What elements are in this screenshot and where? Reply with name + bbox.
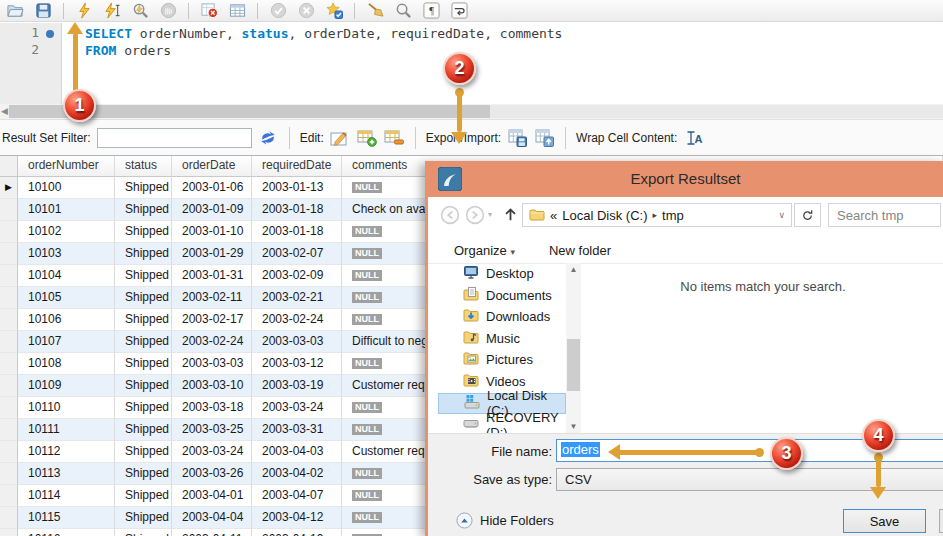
row-selector[interactable] [0,529,18,536]
grid-cell[interactable]: 2003-03-25 [172,419,252,441]
row-selector[interactable] [0,221,18,243]
row-selector[interactable] [0,199,18,221]
grid-cell[interactable]: 2003-03-03 [252,331,342,353]
row-selector[interactable] [0,397,18,419]
save-icon[interactable] [34,2,52,20]
grid-cell[interactable]: Shipped [115,243,172,265]
grid-cell[interactable]: 10109 [18,375,115,397]
grid-cell[interactable]: 2003-04-02 [252,463,342,485]
grid-cell[interactable]: Shipped [115,331,172,353]
new-folder-button[interactable]: New folder [549,243,611,258]
grid-cell[interactable]: 10112 [18,441,115,463]
column-header-status[interactable]: status [115,156,172,177]
line-number[interactable]: 1 [0,25,61,42]
row-selector[interactable] [0,287,18,309]
import-records-icon[interactable] [534,129,555,147]
grid-cell[interactable]: Shipped [115,529,172,536]
grid-cell[interactable]: 10104 [18,265,115,287]
grid-cell[interactable]: 10105 [18,287,115,309]
sidebar-item-pictures[interactable]: Pictures [438,349,566,370]
grid-cell[interactable]: 2003-01-10 [172,221,252,243]
grid-cell[interactable]: 2003-03-10 [172,375,252,397]
export-recordset-icon[interactable] [507,129,528,147]
row-selector[interactable] [0,375,18,397]
cancel-button-clipped[interactable] [939,509,943,533]
editor-horizontal-scrollbar[interactable]: ◀ [0,104,943,119]
grid-cell[interactable]: 2003-03-18 [172,397,252,419]
breadcrumb-item-local-disk[interactable]: Local Disk (C:) [562,208,647,223]
grid-cell[interactable]: 10114 [18,485,115,507]
grid-cell[interactable]: 10100 [18,177,115,199]
row-selector[interactable] [0,331,18,353]
grid-cell[interactable]: 2003-04-11 [172,529,252,536]
organize-button[interactable]: Organize ▾ [454,243,515,258]
row-selector[interactable] [0,353,18,375]
row-selector[interactable] [0,485,18,507]
grid-cell[interactable]: 2003-01-31 [172,265,252,287]
stop-on-error-icon[interactable] [200,2,218,20]
nav-back-icon[interactable] [440,205,460,225]
execute-icon[interactable] [75,2,93,20]
dialog-titlebar[interactable]: Export Resultset [428,161,943,197]
explain-icon[interactable] [131,2,149,20]
grid-cell[interactable]: 2003-01-06 [172,177,252,199]
grid-cell[interactable]: 2003-01-18 [252,221,342,243]
show-invisibles-icon[interactable]: ¶ [422,2,440,20]
breadcrumb[interactable]: « Local Disk (C:) ▸ tmp ∨ [522,203,792,227]
grid-cell[interactable]: 2003-04-19 [252,529,342,536]
row-selector[interactable] [0,309,18,331]
column-header-orderNumber[interactable]: orderNumber [18,156,115,177]
grid-cell[interactable]: Shipped [115,287,172,309]
grid-cell[interactable]: Shipped [115,375,172,397]
sidebar-item-documents[interactable]: Documents [438,285,566,306]
grid-cell[interactable]: 2003-03-31 [252,419,342,441]
grid-cell[interactable]: Shipped [115,441,172,463]
line-number[interactable]: 2 [0,42,61,59]
grid-cell[interactable]: 10116 [18,529,115,536]
sql-code[interactable]: SELECT orderNumber, status, orderDate, r… [85,25,562,59]
scroll-left-arrow-icon[interactable]: ◀ [0,104,9,119]
clear-icon[interactable] [366,2,384,20]
grid-cell[interactable]: Shipped [115,309,172,331]
commit-icon[interactable] [269,2,287,20]
grid-cell[interactable]: 2003-01-18 [252,199,342,221]
sidebar-scroll-down-icon[interactable]: ▼ [566,420,581,433]
autocommit-icon[interactable] [325,2,343,20]
row-selector[interactable]: ▶ [0,177,18,199]
delete-row-icon[interactable] [384,129,405,147]
filter-input[interactable] [97,128,252,148]
row-selector[interactable] [0,507,18,529]
grid-cell[interactable]: Shipped [115,463,172,485]
breadcrumb-item-tmp[interactable]: tmp [662,208,773,223]
refresh-button[interactable] [794,203,821,227]
sidebar-scroll-up-icon[interactable]: ▲ [566,263,581,276]
grid-cell[interactable]: Shipped [115,419,172,441]
grid-cell[interactable]: 2003-04-04 [172,507,252,529]
code-line[interactable]: FROM orders [85,42,562,59]
grid-cell[interactable]: 2003-02-11 [172,287,252,309]
grid-cell[interactable]: Shipped [115,397,172,419]
grid-cell[interactable]: 10115 [18,507,115,529]
column-header-requiredDate[interactable]: requiredDate [252,156,342,177]
result-grid-icon[interactable] [228,2,246,20]
nav-forward-icon[interactable] [465,205,485,225]
stop-icon[interactable] [159,2,177,20]
grid-cell[interactable]: 10113 [18,463,115,485]
sidebar-scrollbar[interactable]: ▲ ▼ [566,263,581,433]
grid-cell[interactable]: 2003-04-12 [252,507,342,529]
grid-cell[interactable]: 2003-04-07 [252,485,342,507]
sidebar-item-downloads[interactable]: Downloads [438,306,566,327]
grid-cell[interactable]: 2003-02-24 [252,309,342,331]
column-header-orderDate[interactable]: orderDate [172,156,252,177]
refresh-icon[interactable] [258,129,279,147]
grid-cell[interactable]: Shipped [115,177,172,199]
grid-cell[interactable]: 10106 [18,309,115,331]
nav-history-caret-icon[interactable]: ▾ [488,210,492,219]
grid-cell[interactable]: 2003-02-24 [172,331,252,353]
grid-cell[interactable]: Shipped [115,507,172,529]
grid-cell[interactable]: Shipped [115,485,172,507]
grid-cell[interactable]: Shipped [115,221,172,243]
grid-cell[interactable]: Shipped [115,199,172,221]
search-input[interactable]: Search tmp [828,203,941,227]
row-selector[interactable] [0,243,18,265]
